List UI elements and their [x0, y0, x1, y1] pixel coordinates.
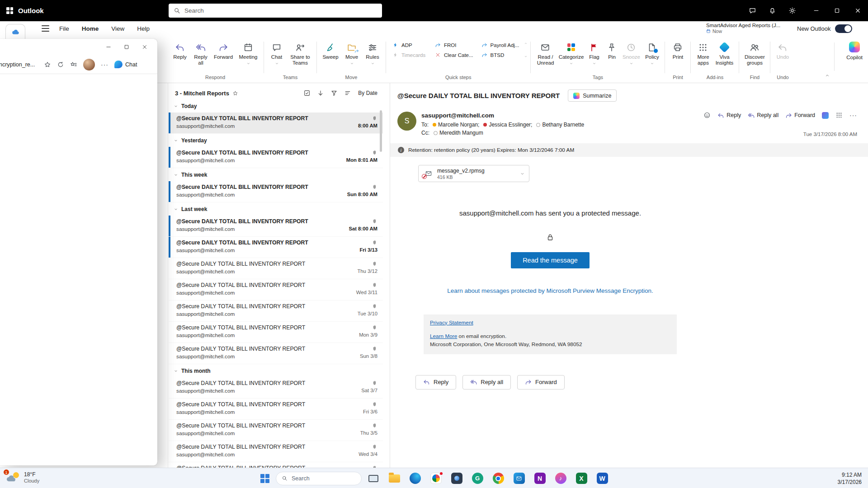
- viva-insights-button[interactable]: Viva Insights: [712, 39, 736, 68]
- feedback-icon[interactable]: [742, 0, 762, 21]
- pin-button[interactable]: Pin: [603, 39, 620, 62]
- file-explorer-icon[interactable]: [385, 469, 403, 488]
- tab-home[interactable]: Home: [82, 25, 99, 32]
- discover-groups-button[interactable]: Discover groups: [742, 39, 767, 68]
- list-item[interactable]: @Secure DAILY TOTAL BILL INVENTORY REPOR…: [169, 420, 383, 441]
- quick-step-froi[interactable]: FROI: [431, 41, 477, 49]
- favorites-list-icon[interactable]: [70, 61, 77, 68]
- close-button[interactable]: [847, 0, 868, 21]
- list-section-this-month[interactable]: This month: [169, 364, 383, 377]
- list-item[interactable]: @Secure DAILY TOTAL BILL INVENTORY REPOR…: [169, 343, 383, 364]
- share-to-teams-button[interactable]: Share to Teams: [287, 39, 314, 68]
- forward-button[interactable]: Forward: [785, 112, 815, 119]
- more-apps-button[interactable]: More apps: [693, 39, 712, 68]
- list-item[interactable]: @Secure DAILY TOTAL BILL INVENTORY REPOR…: [169, 279, 383, 300]
- sort-direction-icon[interactable]: [317, 89, 324, 97]
- reply-all-button[interactable]: Reply all: [748, 112, 778, 119]
- chevron-down-icon[interactable]: [520, 171, 525, 176]
- list-item[interactable]: @Secure DAILY TOTAL BILL INVENTORY REPOR…: [169, 462, 383, 468]
- meeting-button[interactable]: Meeting: [236, 39, 261, 68]
- list-scrollbar[interactable]: [380, 110, 382, 152]
- photos-icon[interactable]: [427, 469, 445, 488]
- excel-icon[interactable]: X: [572, 469, 590, 488]
- privacy-statement-link[interactable]: Privacy Statement: [430, 319, 473, 326]
- settings-gear-icon[interactable]: [782, 0, 802, 21]
- list-item[interactable]: @Secure DAILY TOTAL BILL INVENTORY REPOR…: [169, 399, 383, 420]
- quick-step-adp[interactable]: ADP: [389, 41, 430, 49]
- reactions-smiley-icon[interactable]: [703, 112, 711, 119]
- list-item[interactable]: @Secure DAILY TOTAL BILL INVENTORY REPOR…: [169, 377, 383, 399]
- taskbar-clock[interactable]: 9:12 AM 3/17/2026: [838, 471, 862, 486]
- tab-file[interactable]: File: [59, 25, 69, 32]
- camera-app-icon[interactable]: [448, 469, 466, 488]
- flag-button[interactable]: Flag: [585, 39, 603, 68]
- reply-all-button[interactable]: Reply all: [462, 375, 511, 389]
- list-item[interactable]: @Secure DAILY TOTAL BILL INVENTORY REPOR…: [169, 322, 383, 343]
- list-item[interactable]: @Secure DAILY TOTAL BILL INVENTORY REPOR…: [169, 181, 383, 202]
- new-outlook-toggle[interactable]: [835, 24, 852, 33]
- minimize-button[interactable]: [806, 0, 826, 21]
- print-button[interactable]: Print: [668, 39, 688, 62]
- outlook-classic-icon[interactable]: [510, 469, 528, 488]
- list-section-today[interactable]: Today: [169, 99, 383, 113]
- browser-menu-icon[interactable]: ···: [101, 61, 108, 68]
- list-section-yesterday[interactable]: Yesterday: [169, 134, 383, 147]
- collapse-ribbon-icon[interactable]: [825, 73, 830, 78]
- copilot-button[interactable]: Copilot: [846, 42, 863, 60]
- select-messages-icon[interactable]: [303, 89, 311, 97]
- recipient[interactable]: Meredith Mangum: [439, 130, 483, 136]
- sender-email[interactable]: sasupport@mitchell.com: [421, 112, 494, 119]
- more-options-icon[interactable]: ···: [849, 112, 857, 118]
- quick-steps-scrollbar[interactable]: [523, 41, 528, 59]
- quick-step-timecards[interactable]: Timecards: [389, 51, 430, 59]
- sort-icon[interactable]: [344, 89, 351, 97]
- categorize-button[interactable]: Categorize: [557, 39, 585, 68]
- summarize-button[interactable]: Summarize: [568, 89, 617, 102]
- weather-widget[interactable]: 1 18°F Cloudy: [5, 471, 39, 484]
- tab-view[interactable]: View: [111, 25, 124, 32]
- read-unread-button[interactable]: Read / Unread: [533, 39, 557, 68]
- read-the-message-button[interactable]: Read the message: [511, 252, 590, 268]
- popup-minimize-button[interactable]: [99, 40, 118, 54]
- refresh-icon[interactable]: [57, 61, 64, 68]
- list-item[interactable]: @Secure DAILY TOTAL BILL INVENTORY REPOR…: [169, 147, 383, 168]
- chrome-icon[interactable]: [489, 469, 507, 488]
- addin-icon[interactable]: [822, 112, 829, 119]
- notifications-bell-icon[interactable]: [762, 0, 782, 21]
- popup-close-button[interactable]: [136, 40, 154, 54]
- list-item[interactable]: @Secure DAILY TOTAL BILL INVENTORY REPOR…: [169, 237, 383, 258]
- apps-grid-icon[interactable]: [835, 112, 843, 119]
- snooze-button[interactable]: Snooze: [620, 39, 642, 68]
- reply-button[interactable]: Reply: [717, 112, 741, 119]
- notification-toast[interactable]: SmartAdvisor Aged Reports (J... Now: [706, 23, 780, 34]
- onenote-icon[interactable]: N: [531, 469, 549, 488]
- recipient[interactable]: Marcelle Norgan;: [438, 122, 479, 128]
- hamburger-icon[interactable]: [42, 25, 49, 32]
- quick-step-clear-categories[interactable]: Clear Cate...: [431, 51, 477, 59]
- word-icon[interactable]: W: [593, 469, 611, 488]
- sort-by-label[interactable]: By Date: [358, 90, 377, 96]
- forward-button[interactable]: Forward: [211, 39, 236, 62]
- purview-learn-link[interactable]: Learn about messages protected by Micros…: [443, 286, 657, 296]
- list-item[interactable]: @Secure DAILY TOTAL BILL INVENTORY REPOR…: [169, 300, 383, 322]
- sender-avatar[interactable]: S: [397, 112, 416, 131]
- rules-button[interactable]: Rules: [362, 39, 383, 68]
- browser-chat-button[interactable]: Chat: [114, 61, 137, 68]
- list-item[interactable]: @Secure DAILY TOTAL BILL INVENTORY REPOR…: [169, 258, 383, 279]
- list-section-last-week[interactable]: Last week: [169, 202, 383, 216]
- reply-button[interactable]: Reply: [415, 375, 456, 389]
- favorite-star-icon[interactable]: [232, 90, 238, 96]
- list-item[interactable]: @Secure DAILY TOTAL BILL INVENTORY REPOR…: [169, 441, 383, 462]
- attachment-chip[interactable]: message_v2.rpmsg 416 KB: [418, 165, 529, 182]
- recipient[interactable]: Jessica Esslinger;: [489, 122, 532, 128]
- filter-icon[interactable]: [330, 89, 338, 97]
- tab-help[interactable]: Help: [137, 25, 150, 32]
- list-section-this-week[interactable]: This week: [169, 168, 383, 181]
- profile-avatar[interactable]: [83, 59, 95, 70]
- quick-step-payroll[interactable]: Payroll Adj...: [478, 41, 523, 49]
- policy-button[interactable]: Policy: [642, 39, 662, 68]
- address-bar-text[interactable]: ncryption_re...: [0, 61, 38, 68]
- list-item[interactable]: @Secure DAILY TOTAL BILL INVENTORY REPOR…: [169, 113, 383, 134]
- forward-button[interactable]: Forward: [517, 375, 565, 389]
- background-browser-tab[interactable]: [5, 24, 25, 39]
